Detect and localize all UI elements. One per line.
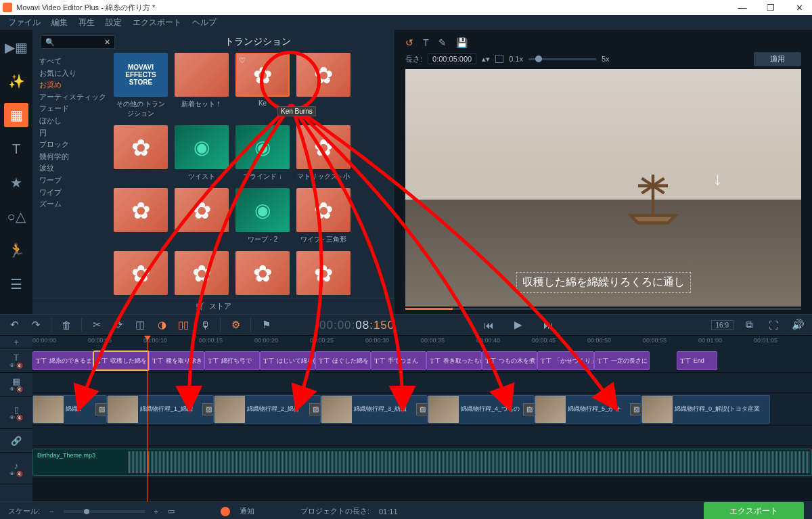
title-clip[interactable]: T⊤綿糸のできるまで bbox=[32, 351, 93, 370]
rail-more[interactable]: ☰ bbox=[4, 272, 28, 296]
rail-callouts[interactable]: ○△ bbox=[4, 204, 28, 229]
category-item[interactable]: 円 bbox=[39, 127, 107, 139]
store-button[interactable]: 🛒 ストア bbox=[32, 298, 394, 314]
transition-marker[interactable]: ▨ bbox=[416, 403, 428, 415]
minimize-button[interactable]: — bbox=[732, 3, 752, 13]
video-clip[interactable]: 綿織物行程_1_綿繰▨ bbox=[107, 395, 214, 424]
transition-marker[interactable]: ▨ bbox=[202, 403, 214, 415]
duration-input[interactable]: 0:00:05:000 bbox=[428, 53, 476, 64]
category-item[interactable]: アーティスティック bbox=[39, 91, 107, 104]
title-clip[interactable]: T⊤つもの木を煮 bbox=[482, 351, 537, 370]
video-track-head[interactable]: ▯ 👁 🔇 bbox=[0, 397, 32, 429]
category-item[interactable]: ズーム bbox=[39, 198, 107, 210]
category-item[interactable]: 幾何学的 bbox=[39, 151, 107, 163]
zoom-in-button[interactable]: + bbox=[154, 507, 158, 516]
transition-thumb[interactable]: 黒にフェード bbox=[114, 251, 168, 298]
title-clip[interactable]: T⊤収穫した綿を bbox=[93, 351, 149, 370]
title-clip[interactable]: T⊤巻き取ったもの bbox=[426, 351, 482, 370]
aspect-ratio-selector[interactable]: 16:9 bbox=[711, 320, 734, 330]
rail-filters[interactable]: ✨ bbox=[4, 69, 28, 93]
menu-エクスポート[interactable]: エクスポート bbox=[133, 17, 181, 28]
video-clip[interactable]: 綿織..▨ bbox=[32, 395, 107, 424]
favorite-icon[interactable]: ♡ bbox=[239, 56, 246, 65]
overlay-track-head[interactable]: ▦ 👁 🔇 bbox=[0, 373, 32, 397]
transition-thumb[interactable]: ムーズ bbox=[235, 251, 290, 298]
category-item[interactable]: フェード bbox=[39, 103, 107, 115]
transition-marker[interactable]: ▨ bbox=[95, 403, 107, 415]
rail-media[interactable]: ▶▦ bbox=[4, 35, 28, 60]
category-item[interactable]: すべて bbox=[39, 55, 107, 68]
rail-stickers[interactable]: ★ bbox=[4, 171, 28, 195]
maximize-button[interactable]: ❐ bbox=[761, 3, 781, 13]
link-track[interactable] bbox=[32, 426, 812, 446]
transition-marker[interactable]: ▨ bbox=[309, 403, 321, 415]
next-button[interactable]: ⏭ bbox=[539, 317, 557, 333]
audio-track[interactable]: Birthday_Theme.mp3 bbox=[32, 446, 812, 478]
menu-ファイル[interactable]: ファイル bbox=[8, 17, 41, 28]
transition-thumb[interactable]: ワープ - 2 bbox=[235, 188, 290, 244]
transition-thumb[interactable]: ワイプ - 三角形 bbox=[296, 188, 351, 244]
crop-button[interactable]: ◫ bbox=[131, 317, 149, 333]
record-audio-button[interactable]: 🎙 bbox=[196, 317, 214, 333]
transition-thumb[interactable]: MOVAVIEFFECTSSTOREその他の トランジション bbox=[114, 53, 168, 118]
save-icon[interactable]: 💾 bbox=[456, 37, 468, 48]
prev-button[interactable]: ⏮ bbox=[480, 317, 497, 333]
duration-stepper[interactable]: ▴▾ bbox=[482, 55, 490, 64]
title-clip[interactable]: T⊤綿打ち弓で bbox=[204, 351, 260, 370]
caption-text[interactable]: 収穫した綿を綿繰りろくろに通し bbox=[516, 272, 691, 293]
cut-button[interactable]: ✂ bbox=[88, 317, 106, 333]
playhead[interactable] bbox=[148, 336, 148, 501]
volume-button[interactable]: 🔊 bbox=[789, 317, 807, 333]
transition-thumb[interactable] bbox=[114, 125, 168, 181]
rail-transitions[interactable]: ▦ bbox=[4, 103, 28, 127]
category-item[interactable]: お奨め bbox=[39, 79, 107, 91]
title-clip[interactable]: T⊤はじいて綿を( bbox=[260, 351, 315, 370]
rail-titles[interactable]: T bbox=[4, 137, 28, 161]
transition-thumb[interactable] bbox=[114, 188, 168, 244]
transition-thumb[interactable]: ツイスト bbox=[175, 125, 229, 181]
apply-button[interactable]: 適用 bbox=[754, 52, 801, 66]
zoom-slider[interactable] bbox=[64, 510, 145, 513]
category-item[interactable]: ブロック bbox=[39, 139, 107, 151]
delete-button[interactable]: 🗑 bbox=[58, 317, 75, 333]
transition-thumb[interactable]: マトリックス - 小 bbox=[296, 125, 351, 181]
fullscreen-button[interactable]: ⛶ bbox=[765, 317, 782, 333]
video-track[interactable]: 綿織..▨綿織物行程_1_綿繰▨綿織物行程_2_綿打▨綿織物行程_3_紡績▨綿織… bbox=[32, 393, 812, 426]
notification-label[interactable]: 通知 bbox=[240, 506, 254, 516]
color-picker-icon[interactable]: ✎ bbox=[438, 37, 447, 48]
category-item[interactable]: 波紋 bbox=[39, 162, 107, 175]
text-tool-icon[interactable]: T bbox=[423, 37, 429, 48]
rotate-button[interactable]: ⟳ bbox=[110, 317, 127, 333]
title-clip[interactable]: T⊤手でつまん bbox=[371, 351, 426, 370]
transition-thumb[interactable]: 波紋 - bbox=[175, 251, 229, 298]
menu-再生[interactable]: 再生 bbox=[78, 17, 95, 28]
zoom-out-button[interactable]: − bbox=[49, 507, 53, 516]
audio-track-head[interactable]: ♪ 👁 🔇 bbox=[0, 453, 32, 485]
video-clip[interactable]: 綿織物行程_4_つもの▨ bbox=[428, 395, 535, 424]
transition-marker[interactable]: ▨ bbox=[523, 403, 535, 415]
marker-button[interactable]: ⚑ bbox=[257, 317, 275, 333]
detach-button[interactable]: ⧉ bbox=[740, 317, 758, 333]
add-track-button[interactable]: + bbox=[0, 336, 32, 349]
link-track-head[interactable]: 🔗 bbox=[0, 429, 32, 453]
speed-slider[interactable] bbox=[528, 58, 596, 60]
clear-icon[interactable]: ✕ bbox=[104, 38, 110, 47]
transition-marker[interactable]: ▨ bbox=[630, 403, 641, 415]
category-item[interactable]: ワイプ bbox=[39, 187, 107, 199]
title-clip[interactable]: T⊤ほぐした綿を bbox=[315, 351, 371, 370]
category-item[interactable]: ワープ bbox=[39, 175, 107, 187]
transition-thumb[interactable]: ブラインド ↓ bbox=[235, 125, 290, 181]
color-button[interactable]: ◑ bbox=[153, 317, 171, 333]
menu-編集[interactable]: 編集 bbox=[51, 17, 68, 28]
preview-video[interactable]: ↓ 収穫した綿を綿繰りろくろに通し bbox=[405, 69, 801, 307]
notification-badge[interactable] bbox=[221, 507, 230, 516]
crop-icon[interactable]: ↺ bbox=[405, 37, 413, 48]
video-clip[interactable]: 綿織物行程_2_綿打▨ bbox=[214, 395, 321, 424]
title-clip[interactable]: T⊤End bbox=[677, 351, 717, 370]
undo-button[interactable]: ↶ bbox=[5, 317, 23, 333]
video-clip[interactable]: 綿織物行程_5_かせ▨ bbox=[535, 395, 641, 424]
play-button[interactable]: ▶ bbox=[510, 317, 527, 333]
transition-thumb[interactable] bbox=[175, 188, 229, 244]
title-track[interactable]: T⊤綿糸のできるまでT⊤収穫した綿をT⊤種を取り除きT⊤綿打ち弓でT⊤はじいて綿… bbox=[32, 349, 812, 373]
menu-設定[interactable]: 設定 bbox=[106, 17, 122, 28]
